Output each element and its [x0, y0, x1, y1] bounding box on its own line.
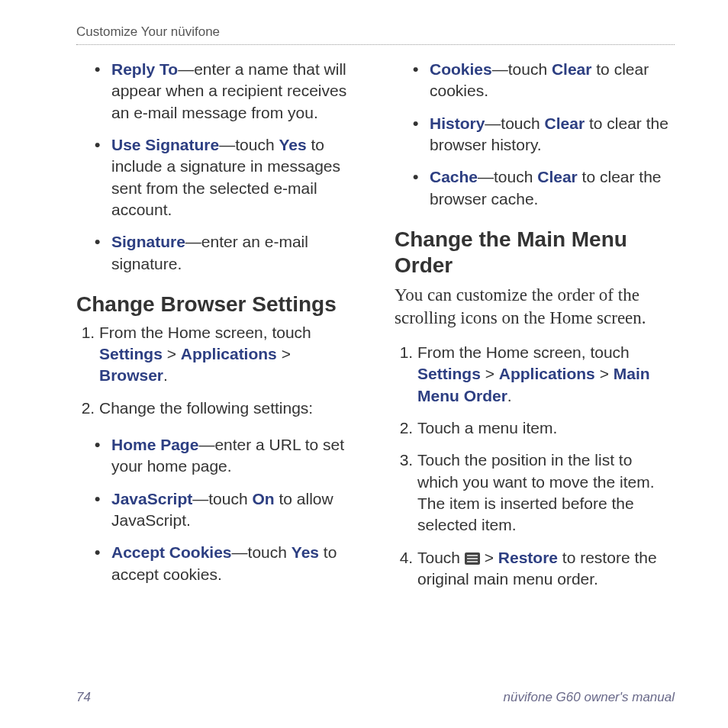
- nav-term: Applications: [181, 345, 277, 362]
- text: From the Home screen, touch: [99, 324, 311, 341]
- setting-term: Signature: [111, 233, 185, 250]
- section-intro: You can customize the order of the scrol…: [395, 284, 675, 330]
- text: —touch: [492, 60, 552, 78]
- text: >: [480, 549, 498, 566]
- inline-term: Yes: [279, 136, 306, 153]
- inline-term: Restore: [498, 549, 558, 566]
- browser-steps: From the Home screen, touch Settings > A…: [76, 322, 356, 419]
- browser-sub-settings: Home Page—enter a URL to set your home p…: [76, 434, 356, 585]
- setting-term: Home Page: [111, 436, 198, 453]
- text: —touch: [232, 543, 292, 561]
- page-footer: 74 nüvifone G60 owner's manual: [76, 690, 675, 705]
- setting-term: JavaScript: [111, 490, 192, 507]
- list-item: History—touch Clear to clear the browser…: [430, 113, 675, 156]
- browser-clear-list: Cookies—touch Clear to clear cookies. Hi…: [395, 59, 675, 210]
- step-item: From the Home screen, touch Settings > A…: [99, 322, 356, 387]
- inline-term: On: [252, 490, 274, 507]
- text: —touch: [478, 168, 537, 185]
- manual-title: nüvifone G60 owner's manual: [504, 690, 675, 705]
- inline-term: Clear: [545, 114, 585, 132]
- inline-term: Yes: [292, 543, 319, 561]
- text: —touch: [219, 136, 279, 153]
- setting-term: Cache: [430, 168, 478, 185]
- step-item: From the Home screen, touch Settings > A…: [417, 342, 675, 407]
- setting-term: Use Signature: [111, 136, 219, 153]
- list-item: Cookies—touch Clear to clear cookies.: [430, 59, 675, 102]
- nav-term: Browser: [99, 366, 163, 384]
- list-item: Signature—enter an e-mail signature.: [111, 231, 356, 275]
- list-item: Cache—touch Clear to clear the browser c…: [430, 166, 675, 210]
- text: —touch: [192, 490, 252, 507]
- page-number: 74: [76, 690, 91, 705]
- text: Touch: [417, 549, 465, 566]
- nav-term: Settings: [99, 345, 163, 362]
- text: .: [163, 366, 168, 384]
- email-settings-list: Reply To—enter a name that will appear w…: [76, 59, 356, 275]
- section-heading-menu-order: Change the Main Menu Order: [395, 227, 675, 278]
- text: From the Home screen, touch: [417, 343, 630, 361]
- text: >: [163, 345, 181, 362]
- setting-term: Cookies: [430, 60, 492, 78]
- setting-term: Accept Cookies: [111, 543, 232, 561]
- menu-order-steps: From the Home screen, touch Settings > A…: [395, 342, 675, 590]
- list-item: Accept Cookies—touch Yes to accept cooki…: [111, 542, 356, 585]
- two-column-layout: Reply To—enter a name that will appear w…: [76, 59, 675, 605]
- text: >: [595, 365, 614, 382]
- list-item: Use Signature—touch Yes to include a sig…: [111, 134, 356, 221]
- step-item: Change the following settings:: [99, 398, 356, 419]
- text: —touch: [485, 114, 544, 132]
- menu-icon: [465, 552, 480, 565]
- left-column: Reply To—enter a name that will appear w…: [76, 59, 356, 605]
- step-item: Touch > Restore to restore the original …: [417, 547, 675, 591]
- step-item: Touch the position in the list to which …: [417, 449, 675, 536]
- page-header: Customize Your nüvifone: [76, 24, 675, 45]
- manual-page: Customize Your nüvifone Reply To—enter a…: [0, 0, 728, 728]
- nav-term: Settings: [417, 365, 481, 382]
- list-item: JavaScript—touch On to allow JavaScript.: [111, 488, 356, 532]
- text: .: [507, 387, 512, 404]
- section-heading-browser: Change Browser Settings: [76, 292, 356, 317]
- nav-term: Applications: [499, 365, 595, 382]
- setting-term: History: [430, 114, 485, 132]
- text: >: [277, 345, 291, 362]
- setting-term: Reply To: [111, 60, 178, 78]
- step-item: Touch a menu item.: [417, 417, 675, 439]
- right-column: Cookies—touch Clear to clear cookies. Hi…: [395, 59, 675, 605]
- list-item: Home Page—enter a URL to set your home p…: [111, 434, 356, 478]
- text: >: [481, 365, 499, 382]
- inline-term: Clear: [552, 60, 592, 78]
- list-item: Reply To—enter a name that will appear w…: [111, 59, 356, 124]
- inline-term: Clear: [537, 168, 578, 185]
